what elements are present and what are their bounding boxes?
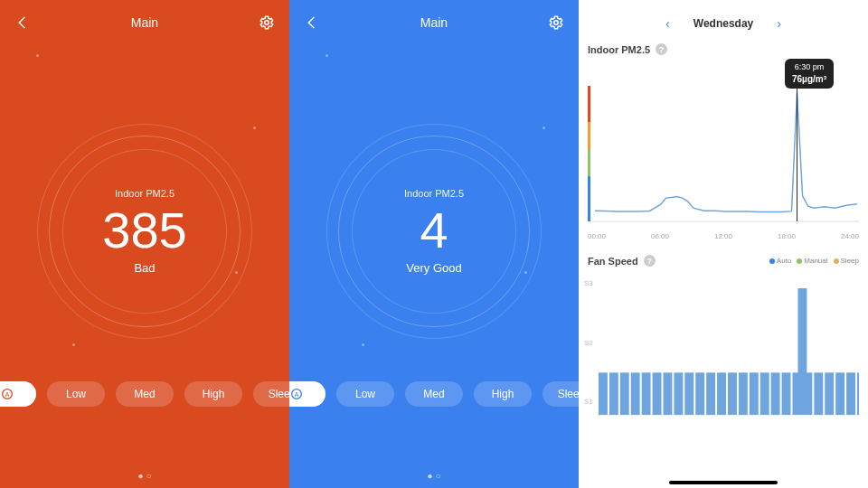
reading-dial: Indoor PM2.5 4 Very Good bbox=[289, 136, 579, 327]
day-label: Wednesday bbox=[693, 17, 753, 30]
pm25-xticks: 00:0006:0012:0018:0024:00 bbox=[588, 232, 859, 240]
svg-rect-29 bbox=[771, 372, 780, 415]
fan-bar-svg bbox=[588, 270, 859, 424]
legend-manual: Manual bbox=[797, 257, 827, 265]
svg-rect-36 bbox=[835, 372, 844, 415]
mode-med[interactable]: Med bbox=[116, 381, 174, 407]
chart-tooltip: 6:30 pm 76µg/m³ bbox=[785, 59, 834, 89]
svg-rect-7 bbox=[588, 122, 590, 149]
pm25-chart[interactable]: 6:30 pm 76µg/m³ bbox=[588, 59, 859, 230]
screen-title: Main bbox=[131, 15, 158, 30]
app-triptych: Main Indoor PM2.5 385 Bad A Low Med High… bbox=[0, 0, 868, 488]
mode-selector: A Low Med High Sleep bbox=[0, 381, 289, 407]
mode-sleep[interactable]: Sleep bbox=[542, 381, 579, 407]
pm25-label-text: Indoor PM2.5 bbox=[588, 44, 650, 55]
page-dots: ● ○ bbox=[0, 471, 289, 481]
metric-value: 385 bbox=[102, 202, 186, 258]
svg-point-0 bbox=[265, 21, 269, 25]
page-dots: ● ○ bbox=[289, 471, 579, 481]
fan-chart[interactable]: S3 S2 S1 bbox=[588, 270, 859, 424]
screen-title: Main bbox=[420, 15, 448, 30]
topbar: Main bbox=[0, 0, 289, 36]
mode-low[interactable]: Low bbox=[336, 381, 394, 407]
prev-day-icon[interactable]: ‹ bbox=[665, 16, 670, 31]
tooltip-time: 6:30 pm bbox=[792, 62, 826, 73]
svg-rect-28 bbox=[760, 372, 769, 415]
metric-status: Very Good bbox=[406, 261, 461, 275]
svg-text:A: A bbox=[5, 391, 10, 398]
metric-value: 4 bbox=[420, 202, 448, 258]
gear-icon[interactable] bbox=[257, 13, 277, 33]
history-screen: ‹ Wednesday › Indoor PM2.5 ? 6:30 pm 76µ… bbox=[579, 0, 868, 488]
svg-rect-35 bbox=[825, 372, 834, 415]
gear-icon[interactable] bbox=[546, 13, 566, 33]
svg-rect-6 bbox=[588, 86, 590, 122]
mode-auto[interactable]: A bbox=[0, 381, 36, 407]
topbar: Main bbox=[289, 0, 579, 36]
fan-yticks: S3 S2 S1 bbox=[584, 279, 593, 406]
metric-label: Indoor PM2.5 bbox=[404, 188, 464, 199]
svg-rect-13 bbox=[599, 372, 608, 415]
main-screen-good: Main Indoor PM2.5 4 Very Good A Low Med … bbox=[289, 0, 579, 488]
svg-text:A: A bbox=[295, 391, 299, 398]
mode-selector: A Low Med High Sleep bbox=[289, 381, 579, 407]
mode-low[interactable]: Low bbox=[47, 381, 105, 407]
day-navigator: ‹ Wednesday › bbox=[579, 16, 868, 31]
svg-rect-34 bbox=[814, 372, 823, 415]
tooltip-value: 76µg/m³ bbox=[792, 73, 826, 85]
svg-rect-37 bbox=[846, 372, 855, 415]
svg-rect-27 bbox=[750, 372, 759, 415]
svg-rect-38 bbox=[857, 372, 859, 415]
svg-rect-18 bbox=[653, 372, 662, 415]
legend-sleep: Sleep bbox=[834, 257, 859, 265]
svg-rect-26 bbox=[739, 372, 748, 415]
mode-auto[interactable]: A bbox=[289, 381, 326, 407]
mode-sleep[interactable]: Sleep bbox=[253, 381, 289, 407]
svg-rect-24 bbox=[717, 372, 726, 415]
svg-rect-23 bbox=[706, 372, 715, 415]
svg-rect-17 bbox=[642, 372, 651, 415]
svg-rect-25 bbox=[728, 372, 737, 415]
back-icon[interactable] bbox=[302, 13, 322, 33]
metric-label: Indoor PM2.5 bbox=[115, 188, 175, 199]
help-icon[interactable]: ? bbox=[656, 43, 667, 55]
svg-rect-16 bbox=[631, 372, 640, 415]
svg-rect-20 bbox=[674, 372, 683, 415]
svg-rect-33 bbox=[803, 372, 812, 415]
svg-rect-21 bbox=[684, 372, 693, 415]
mode-high[interactable]: High bbox=[184, 381, 242, 407]
svg-rect-30 bbox=[782, 372, 791, 415]
fan-label-text: Fan Speed bbox=[588, 256, 638, 267]
svg-rect-22 bbox=[695, 372, 704, 415]
back-icon[interactable] bbox=[13, 13, 33, 33]
main-screen-bad: Main Indoor PM2.5 385 Bad A Low Med High… bbox=[0, 0, 289, 488]
svg-point-3 bbox=[554, 21, 559, 25]
reading-dial: Indoor PM2.5 385 Bad bbox=[0, 136, 289, 327]
legend-auto: Auto bbox=[769, 257, 791, 265]
fan-legend: Auto Manual Sleep bbox=[769, 257, 859, 265]
pm25-section-label: Indoor PM2.5 ? bbox=[588, 43, 868, 55]
svg-rect-15 bbox=[620, 372, 629, 415]
svg-rect-14 bbox=[609, 372, 618, 415]
mode-med[interactable]: Med bbox=[405, 381, 463, 407]
help-icon[interactable]: ? bbox=[644, 255, 656, 267]
svg-rect-8 bbox=[588, 149, 590, 176]
svg-rect-19 bbox=[664, 372, 673, 415]
mode-high[interactable]: High bbox=[474, 381, 532, 407]
metric-status: Bad bbox=[134, 261, 155, 275]
svg-rect-9 bbox=[588, 176, 590, 221]
home-indicator bbox=[669, 481, 778, 484]
next-day-icon[interactable]: › bbox=[777, 16, 781, 31]
